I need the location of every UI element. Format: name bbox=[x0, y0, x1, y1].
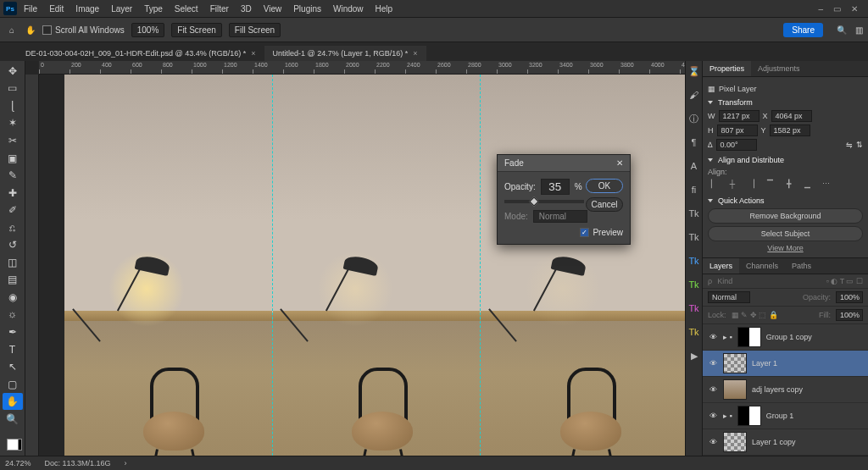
glyphs-icon[interactable]: fi bbox=[687, 183, 701, 196]
angle-field[interactable]: 0.00° bbox=[716, 139, 757, 151]
layer-name[interactable]: Group 1 copy bbox=[766, 333, 812, 341]
home-icon[interactable]: ⌂ bbox=[5, 23, 19, 36]
layer-row[interactable]: 👁Layer 1 copy bbox=[703, 429, 868, 456]
layer-name[interactable]: Layer 1 copy bbox=[752, 438, 796, 446]
x-field[interactable]: 4064 px bbox=[771, 110, 812, 122]
tk4-icon[interactable]: Tk bbox=[687, 278, 701, 291]
menu-file[interactable]: File bbox=[19, 3, 42, 15]
menu-help[interactable]: Help bbox=[370, 3, 398, 15]
brush-tool[interactable]: ✐ bbox=[3, 202, 23, 218]
type-tool[interactable]: T bbox=[3, 341, 23, 358]
y-field[interactable]: 1582 px bbox=[770, 124, 810, 136]
flip-v-icon[interactable]: ⇅ bbox=[856, 141, 863, 149]
preview-checkbox[interactable]: ✓ bbox=[580, 228, 589, 237]
select-subject-button[interactable]: Select Subject bbox=[708, 226, 863, 241]
remove-background-button[interactable]: Remove Background bbox=[708, 208, 863, 224]
hand-tool[interactable]: ✋ bbox=[3, 393, 23, 410]
tk-icon[interactable]: Tk bbox=[687, 207, 701, 220]
crop-tool[interactable]: ✂ bbox=[3, 132, 23, 149]
close-button[interactable]: ✕ bbox=[851, 4, 858, 14]
maximize-button[interactable]: ▭ bbox=[833, 4, 841, 14]
layer-row[interactable]: 👁adj layers copy bbox=[703, 377, 868, 403]
layers-tab[interactable]: Layers bbox=[703, 258, 739, 274]
menu-edit[interactable]: Edit bbox=[44, 3, 69, 15]
shape-tool[interactable]: ▢ bbox=[3, 376, 23, 393]
zoom-tool[interactable]: 🔍 bbox=[3, 411, 23, 428]
history-brush-tool[interactable]: ↺ bbox=[3, 236, 23, 253]
layer-row[interactable]: 👁▸ ▪Group 1 bbox=[703, 403, 868, 429]
play-icon[interactable]: ▶ bbox=[687, 349, 701, 362]
channels-tab[interactable]: Channels bbox=[739, 258, 785, 274]
stamp-tool[interactable]: ⎌ bbox=[3, 219, 23, 236]
tk2-icon[interactable]: Tk bbox=[687, 230, 701, 244]
foreground-background-swatch[interactable] bbox=[3, 433, 23, 456]
scroll-all-checkbox[interactable]: Scroll All Windows bbox=[42, 25, 125, 35]
tk6-icon[interactable]: Tk bbox=[687, 325, 701, 339]
menu-image[interactable]: Image bbox=[70, 3, 104, 15]
tab-close-icon[interactable]: × bbox=[251, 49, 255, 58]
minimize-button[interactable]: – bbox=[818, 4, 823, 14]
layer-row[interactable]: 👁Layer 1 bbox=[703, 351, 868, 377]
share-button[interactable]: Share bbox=[783, 23, 823, 37]
lasso-tool[interactable]: ɭ bbox=[3, 97, 23, 114]
paragraph-icon[interactable]: A bbox=[687, 159, 701, 173]
visibility-icon[interactable]: 👁 bbox=[708, 333, 718, 341]
properties-tab[interactable]: Properties bbox=[703, 61, 751, 76]
menu-window[interactable]: Window bbox=[328, 3, 369, 15]
canvas-area[interactable]: 0200400600800100012001400160018002000220… bbox=[25, 61, 685, 456]
menu-plugins[interactable]: Plugins bbox=[288, 3, 326, 15]
pen-tool[interactable]: ✒ bbox=[3, 323, 23, 340]
layer-name[interactable]: Group 1 bbox=[766, 412, 794, 420]
blur-tool[interactable]: ◉ bbox=[3, 289, 23, 306]
dialog-close-icon[interactable]: ✕ bbox=[616, 158, 623, 168]
search-icon[interactable]: 🔍 bbox=[837, 25, 847, 35]
visibility-icon[interactable]: 👁 bbox=[708, 359, 718, 368]
selection-tool[interactable]: ✶ bbox=[3, 115, 23, 132]
dodge-tool[interactable]: ☼ bbox=[3, 307, 23, 323]
zoom-level[interactable]: 24.72% bbox=[5, 459, 31, 467]
mode-select[interactable]: Normal bbox=[533, 210, 587, 223]
fill-screen-button[interactable]: Fill Screen bbox=[229, 23, 281, 37]
eyedropper-tool[interactable]: ✎ bbox=[3, 167, 23, 184]
visibility-icon[interactable]: 👁 bbox=[708, 385, 718, 394]
menu-view[interactable]: View bbox=[259, 3, 287, 15]
workspace-icon[interactable]: ▥ bbox=[855, 25, 863, 35]
zoom-100-button[interactable]: 100% bbox=[131, 23, 165, 37]
menu-select[interactable]: Select bbox=[170, 3, 203, 15]
healing-tool[interactable]: ✚ bbox=[3, 185, 23, 202]
visibility-icon[interactable]: 👁 bbox=[708, 438, 718, 446]
adjustments-tab[interactable]: Adjustments bbox=[751, 61, 807, 76]
menu-3d[interactable]: 3D bbox=[236, 3, 257, 15]
layer-name[interactable]: adj layers copy bbox=[752, 385, 803, 394]
menu-type[interactable]: Type bbox=[139, 3, 168, 15]
blend-mode-select[interactable]: Normal bbox=[708, 291, 750, 303]
info-icon[interactable]: ⓘ bbox=[687, 112, 701, 125]
menu-layer[interactable]: Layer bbox=[106, 3, 137, 15]
align-buttons[interactable]: ▏┼▕▔╋▁⋯ bbox=[708, 176, 863, 191]
path-tool[interactable]: ↖ bbox=[3, 358, 23, 375]
height-field[interactable]: 807 px bbox=[717, 124, 758, 136]
fit-screen-button[interactable]: Fit Screen bbox=[171, 23, 222, 37]
brush-panel-icon[interactable]: 🖌 bbox=[687, 88, 701, 102]
visibility-icon[interactable]: 👁 bbox=[708, 412, 718, 420]
tk3-icon[interactable]: Tk bbox=[687, 254, 701, 268]
document-tab-1[interactable]: Untitled-1 @ 24.7% (Layer 1, RGB/16) *× bbox=[264, 46, 426, 61]
layer-opacity-field[interactable]: 100% bbox=[836, 291, 863, 303]
flip-h-icon[interactable]: ⇋ bbox=[846, 141, 853, 149]
history-icon[interactable]: ⌛ bbox=[687, 64, 701, 78]
width-field[interactable]: 1217 px bbox=[719, 110, 760, 122]
layer-fill-field[interactable]: 100% bbox=[836, 309, 863, 321]
view-more-link[interactable]: View More bbox=[708, 244, 863, 252]
opacity-input[interactable] bbox=[541, 179, 570, 195]
move-tool[interactable]: ✥ bbox=[3, 63, 23, 80]
marquee-tool[interactable]: ▭ bbox=[3, 80, 23, 97]
opacity-slider[interactable] bbox=[504, 200, 584, 203]
menu-filter[interactable]: Filter bbox=[205, 3, 234, 15]
ok-button[interactable]: OK bbox=[586, 179, 623, 193]
tab-close-icon[interactable]: × bbox=[413, 49, 417, 58]
cancel-button[interactable]: Cancel bbox=[586, 197, 623, 212]
eraser-tool[interactable]: ◫ bbox=[3, 254, 23, 271]
document-tab-0[interactable]: DE-01-030-004-02H_009_01-HDR-Edit.psd @ … bbox=[17, 46, 264, 61]
gradient-tool[interactable]: ▤ bbox=[3, 272, 23, 289]
paths-tab[interactable]: Paths bbox=[785, 258, 818, 274]
